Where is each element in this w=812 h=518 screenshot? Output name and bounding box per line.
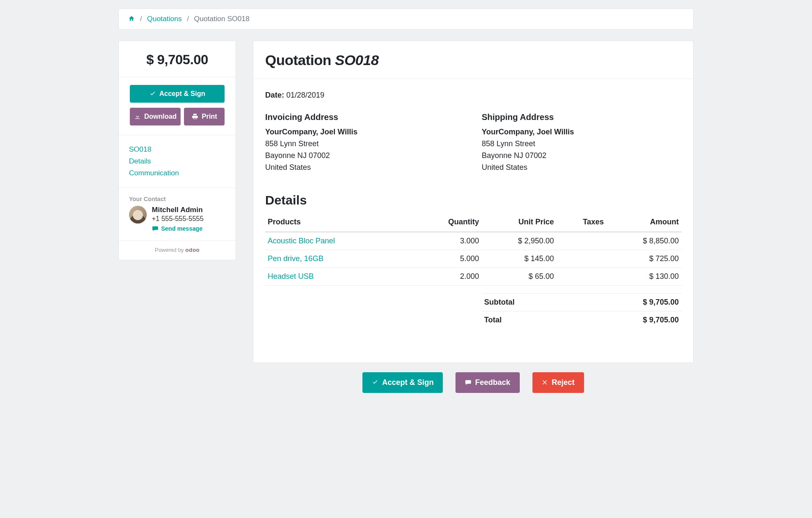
cell-amount: $ 725.00 [606, 250, 681, 267]
footer-accept-sign-button[interactable]: Accept & Sign [362, 372, 443, 393]
sidebar-link-communication[interactable]: Communication [129, 167, 225, 179]
quotation-card: Quotation SO018 Date: 01/28/2019 Invoici… [253, 41, 694, 363]
breadcrumb-quotations[interactable]: Quotations [147, 15, 182, 23]
details-table: Products Quantity Unit Price Taxes Amoun… [265, 213, 681, 286]
cell-qty: 3.000 [423, 232, 482, 250]
date-value: 01/28/2019 [286, 91, 324, 99]
sidebar-link-details[interactable]: Details [129, 155, 225, 167]
sidebar-total: $ 9,705.00 [119, 41, 236, 77]
date-label: Date: [265, 91, 284, 99]
breadcrumb: / Quotations / Quotation SO018 [118, 8, 694, 30]
shipping-country: United States [482, 162, 681, 174]
avatar [129, 206, 147, 224]
footer-feedback-button[interactable]: Feedback [455, 372, 519, 393]
cell-qty: 2.000 [423, 267, 482, 285]
shipping-line1: 858 Lynn Street [482, 138, 681, 150]
quotation-date: Date: 01/28/2019 [265, 91, 681, 100]
table-row: Acoustic Bloc Panel3.000$ 2,950.00$ 8,85… [265, 232, 681, 250]
brand-logo: odoo [185, 247, 200, 253]
breadcrumb-current: Quotation SO018 [194, 15, 250, 23]
subtotal-label: Subtotal [484, 298, 515, 307]
total-label: Total [484, 316, 502, 324]
print-button[interactable]: Print [184, 108, 225, 125]
check-icon [149, 90, 156, 97]
close-icon [542, 379, 549, 386]
table-row: Headset USB2.000$ 65.00$ 130.00 [265, 267, 681, 285]
chat-icon [465, 379, 472, 386]
cell-unit: $ 65.00 [482, 267, 557, 285]
sidebar-link-so[interactable]: SO018 [129, 144, 225, 155]
cell-amount: $ 8,850.00 [606, 232, 681, 250]
contact-phone: +1 555-555-5555 [152, 215, 203, 223]
breadcrumb-separator: / [187, 15, 189, 23]
shipping-address: Shipping Address YourCompany, Joel Willi… [482, 111, 681, 174]
invoicing-line1: 858 Lynn Street [265, 138, 465, 150]
cell-amount: $ 130.00 [606, 267, 681, 285]
cell-unit: $ 145.00 [482, 250, 557, 267]
download-icon [134, 113, 141, 120]
product-link[interactable]: Headset USB [268, 272, 314, 281]
cell-taxes [557, 232, 606, 250]
shipping-title: Shipping Address [482, 111, 681, 124]
table-row: Pen drive, 16GB5.000$ 145.00$ 725.00 [265, 250, 681, 267]
col-unit-price: Unit Price [482, 213, 557, 232]
powered-by: Powered by odoo [119, 241, 236, 260]
sidebar-contact: Your Contact Mitchell Admin +1 555-555-5… [119, 188, 236, 241]
cell-taxes [557, 250, 606, 267]
invoicing-title: Invoicing Address [265, 111, 465, 124]
footer-reject-button[interactable]: Reject [532, 372, 584, 393]
accept-sign-label: Accept & Sign [159, 90, 205, 98]
shipping-line2: Bayonne NJ 07002 [482, 150, 681, 162]
sidebar: $ 9,705.00 Accept & Sign Download [118, 41, 236, 260]
subtotal-value: $ 9,705.00 [643, 298, 679, 307]
footer-feedback-label: Feedback [475, 378, 510, 387]
print-icon [192, 113, 198, 120]
main: Quotation SO018 Date: 01/28/2019 Invoici… [253, 41, 694, 393]
chat-icon [152, 225, 159, 232]
footer-reject-label: Reject [552, 378, 575, 387]
cell-unit: $ 2,950.00 [482, 232, 557, 250]
totals: Subtotal $ 9,705.00 Total $ 9,705.00 [482, 293, 681, 329]
powered-by-text: Powered by [155, 247, 184, 253]
invoicing-country: United States [265, 162, 465, 174]
contact-name: Mitchell Admin [152, 206, 203, 214]
print-label: Print [202, 113, 217, 120]
total-value: $ 9,705.00 [643, 316, 679, 324]
product-link[interactable]: Pen drive, 16GB [268, 254, 324, 263]
col-taxes: Taxes [557, 213, 606, 232]
page-title: Quotation SO018 [265, 52, 681, 68]
sidebar-navlinks: SO018 Details Communication [119, 135, 236, 188]
title-prefix: Quotation [265, 52, 335, 68]
footer-actions: Accept & Sign Feedback Reject [253, 372, 694, 393]
details-title: Details [265, 193, 681, 207]
invoicing-line2: Bayonne NJ 07002 [265, 150, 465, 162]
home-icon [128, 15, 135, 22]
breadcrumb-separator: / [140, 15, 142, 23]
col-amount: Amount [606, 213, 681, 232]
footer-accept-sign-label: Accept & Sign [382, 378, 433, 387]
send-message-link[interactable]: Send message [152, 225, 203, 232]
invoicing-name: YourCompany, Joel Willis [265, 126, 465, 138]
sidebar-actions: Accept & Sign Download Print [119, 77, 236, 135]
check-icon [372, 379, 379, 386]
col-products: Products [265, 213, 423, 232]
cell-qty: 5.000 [423, 250, 482, 267]
send-message-label: Send message [161, 225, 203, 232]
breadcrumb-home[interactable] [128, 15, 135, 23]
invoicing-address: Invoicing Address YourCompany, Joel Will… [265, 111, 465, 174]
download-button[interactable]: Download [130, 108, 181, 125]
title-number: SO018 [335, 52, 379, 68]
col-quantity: Quantity [423, 213, 482, 232]
contact-heading: Your Contact [129, 196, 225, 202]
cell-taxes [557, 267, 606, 285]
download-label: Download [144, 113, 176, 120]
product-link[interactable]: Acoustic Bloc Panel [268, 237, 335, 245]
shipping-name: YourCompany, Joel Willis [482, 126, 681, 138]
accept-sign-button[interactable]: Accept & Sign [130, 85, 225, 103]
